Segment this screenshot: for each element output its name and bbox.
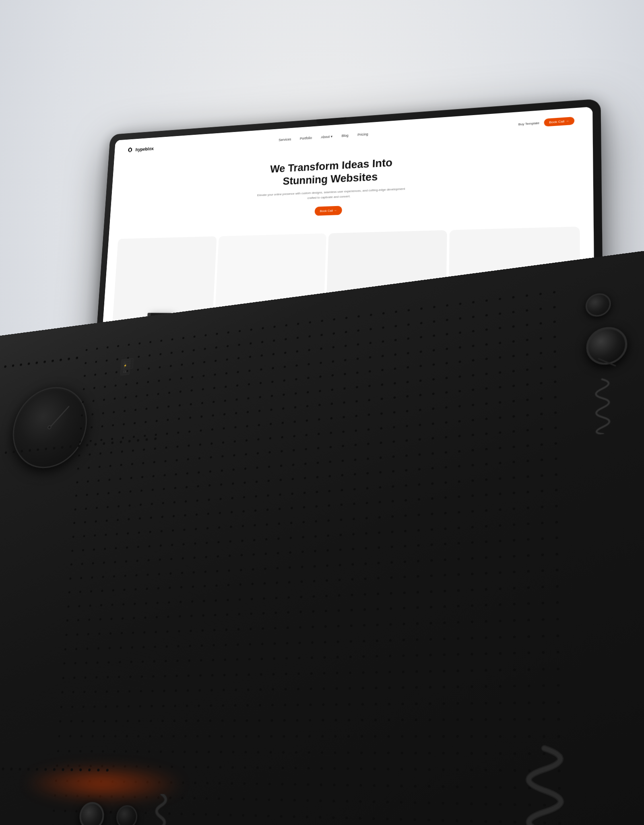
perf-dot [318, 433, 320, 435]
perf-dot [499, 604, 501, 606]
nav-link-blog[interactable]: Blog [341, 134, 348, 138]
perf-dot [344, 373, 346, 375]
perf-dot [527, 538, 529, 540]
perf-dot [321, 751, 323, 753]
perf-dot [199, 674, 202, 676]
perf-dot [316, 476, 319, 479]
nav-link-about[interactable]: About ▾ [321, 134, 332, 139]
perf-dot [221, 469, 223, 472]
perf-dot [406, 410, 409, 412]
perf-dot [127, 532, 129, 534]
perf-dot [248, 369, 250, 372]
perf-dot [364, 562, 367, 565]
book-call-nav-button[interactable]: Book Call → [544, 117, 574, 127]
perf-dot [294, 783, 296, 786]
perf-dot [432, 393, 435, 395]
perf-dot [339, 564, 341, 566]
perf-dot [175, 690, 177, 692]
perf-dot [370, 314, 372, 316]
perf-dot [136, 750, 138, 753]
perf-dot [364, 578, 367, 580]
coil-spring [587, 375, 619, 435]
perf-dot [293, 815, 295, 818]
perf-dot [244, 482, 246, 484]
buy-template-button[interactable]: Buy Template [518, 121, 540, 126]
perf-dot [513, 492, 515, 494]
perf-dot [365, 532, 367, 534]
perf-dot [403, 576, 406, 578]
perf-dot [79, 441, 81, 443]
perf-dot [433, 320, 436, 322]
perf-dot [485, 588, 487, 590]
perf-dot [388, 719, 390, 721]
perf-dot [342, 445, 344, 447]
perf-dot [456, 785, 458, 788]
perf-dot [71, 549, 73, 552]
perf-dot [472, 389, 474, 391]
perf-dot [541, 553, 544, 556]
perf-dot [99, 618, 101, 621]
perf-dot [239, 584, 242, 586]
perf-dot [137, 546, 139, 548]
nav-link-portfolio[interactable]: Portfolio [300, 136, 312, 140]
perf-dot [471, 589, 473, 591]
perf-dot [101, 425, 103, 428]
perf-dot [211, 674, 214, 676]
perf-dot [297, 688, 299, 690]
perf-dot [329, 460, 331, 463]
perf-dot [471, 621, 473, 623]
perf-dot [178, 418, 180, 420]
perf-dot [320, 361, 322, 364]
perf-dot [201, 629, 204, 632]
perf-dot [94, 373, 96, 376]
perf-dot [472, 330, 475, 332]
perf-dot [125, 750, 127, 753]
perf-dot [172, 735, 175, 738]
perf-dot [541, 443, 543, 446]
perf-dot [284, 352, 286, 354]
perf-dot [128, 344, 130, 346]
perf-dot [159, 353, 161, 355]
perf-dot [163, 690, 165, 692]
perf-dot [271, 381, 273, 383]
perf-dot [65, 634, 67, 636]
perf-dot [330, 431, 332, 434]
perf-dot [69, 735, 71, 737]
nav-link-pricing[interactable]: Pricing [357, 132, 368, 136]
nav-link-services[interactable]: Services [279, 137, 291, 142]
perf-dot [285, 672, 287, 675]
perf-dot [115, 384, 117, 387]
perf-dot [471, 702, 473, 704]
book-call-hero-button[interactable]: Book Call → [314, 206, 342, 216]
perf-dot [472, 359, 475, 362]
perf-dot [170, 558, 172, 560]
perf-dot [402, 687, 404, 689]
perf-dot [208, 735, 211, 738]
perf-dot [456, 719, 459, 721]
perf-dot [417, 514, 420, 516]
perf-dot [131, 646, 133, 649]
perf-dot [121, 450, 123, 453]
perf-dot [499, 298, 501, 300]
perf-dot [293, 799, 296, 802]
perf-dot [85, 362, 87, 364]
perf-dot [307, 377, 310, 379]
perf-dot [348, 719, 350, 722]
perf-dot [378, 531, 380, 534]
perf-dot [257, 452, 259, 455]
perf-dot [402, 670, 405, 673]
perf-dot [415, 719, 417, 721]
perf-dot [472, 316, 475, 318]
perf-dot [270, 735, 272, 738]
perf-dot [103, 399, 105, 401]
perf-dot [364, 593, 366, 596]
perf-dot [161, 516, 163, 518]
perf-dot [445, 392, 448, 394]
perf-dot [367, 457, 369, 460]
perf-dot [407, 381, 409, 383]
perf-dot [186, 705, 188, 707]
perf-dot [149, 341, 151, 343]
perf-dot [236, 658, 239, 661]
perf-dot [499, 462, 501, 464]
perf-dot [433, 349, 435, 351]
